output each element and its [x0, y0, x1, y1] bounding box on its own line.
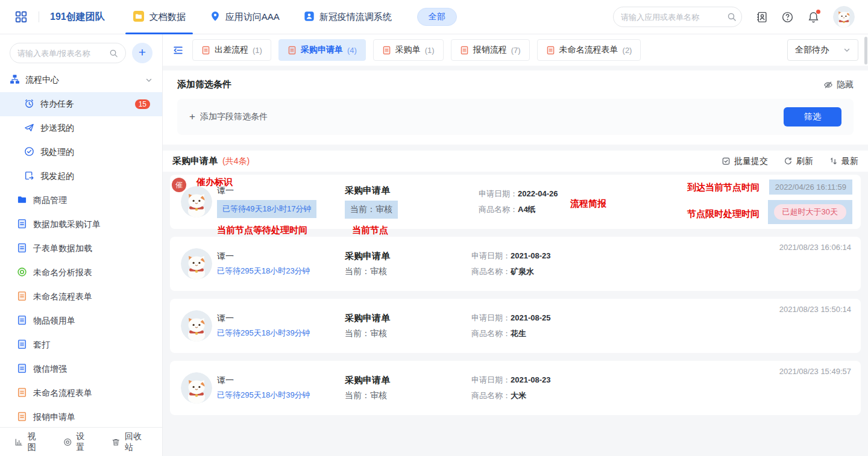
- sidebar-item-data-load-po[interactable]: 数据加载采购订单: [0, 213, 162, 237]
- annotation-current-node: 当前节点: [352, 225, 388, 236]
- task-card[interactable]: 谭一 已等待295天18小时39分钟 采购申请单 当前：审核 申请日期：2021…: [170, 361, 861, 415]
- apply-date-value: 2021-08-25: [511, 313, 551, 322]
- filter-tab-label: 报销流程: [473, 45, 507, 55]
- collapse-list-icon[interactable]: [172, 45, 184, 56]
- sidebar-item-subform-data-load[interactable]: 子表单数据加载: [0, 237, 162, 261]
- sidebar-item-cc-to-me[interactable]: 抄送我的: [0, 116, 162, 140]
- sidebar-item-started-by-me[interactable]: 我发起的: [0, 164, 162, 189]
- covid-app-icon: [304, 11, 315, 23]
- batch-submit-button[interactable]: 批量提交: [722, 156, 768, 167]
- sidebar-item-unnamed-report[interactable]: 未命名分析报表: [0, 261, 162, 285]
- contacts-icon[interactable]: [755, 11, 768, 23]
- apply-date-label: 申请日期：: [479, 189, 518, 198]
- app-tab-covid-system[interactable]: 新冠疫情流调系统: [292, 0, 404, 34]
- help-icon[interactable]: [781, 11, 794, 23]
- scrollbar[interactable]: [864, 37, 867, 64]
- filter-tab-purchase-request[interactable]: 采购申请单 (4): [278, 39, 366, 61]
- batch-submit-label: 批量提交: [734, 156, 768, 167]
- sidebar-item-label: 我处理的: [40, 147, 74, 158]
- form-title: 采购申请单: [345, 251, 471, 262]
- sidebar-item-unnamed-flow-form-1[interactable]: 未命名流程表单: [0, 285, 162, 309]
- settings-icon: [63, 437, 72, 447]
- node-arrive-time: 2021/08/23 16:06:14: [779, 243, 851, 252]
- hide-filter-button[interactable]: 隐藏: [823, 80, 854, 90]
- add-form-button[interactable]: +: [132, 43, 153, 63]
- refresh-button[interactable]: 刷新: [784, 156, 813, 167]
- refresh-icon: [784, 157, 793, 166]
- global-search-input[interactable]: [621, 13, 727, 22]
- settings-button[interactable]: 设置: [63, 431, 92, 453]
- task-card[interactable]: 催 谭一 已等待49天18小时17分钟 采购申请单 当前：审核 申请日期：202…: [170, 175, 861, 229]
- sort-latest-button[interactable]: 最新: [829, 156, 858, 167]
- applicant-name: 谭一: [217, 251, 345, 262]
- file-icon: [460, 46, 469, 55]
- views-button[interactable]: 视图: [14, 431, 43, 453]
- app-grid-icon[interactable]: [14, 10, 28, 23]
- filter-tab-purchase-order[interactable]: 采购单 (1): [373, 39, 444, 61]
- annotation-deadline: 节点限时处理时间: [687, 208, 760, 220]
- filter-tab-unnamed-flow-form[interactable]: 未命名流程表单 (2): [537, 39, 641, 61]
- sidebar-group-process-center[interactable]: 流程中心: [0, 67, 162, 92]
- filter-tab-reimburse-flow[interactable]: 报销流程 (7): [451, 39, 530, 61]
- sidebar-item-unnamed-flow-form-2[interactable]: 未命名流程表单: [0, 381, 162, 405]
- filter-tab-label: 出差流程: [215, 45, 248, 55]
- team-name[interactable]: 191创建团队: [50, 11, 105, 23]
- waiting-duration: 已等待295天18小时39分钟: [217, 328, 310, 339]
- current-node: 当前：审核: [345, 328, 387, 339]
- app-tab-app-access[interactable]: 应用访问AAA: [198, 0, 292, 34]
- sidebar-item-item-requisition[interactable]: 物品领用单: [0, 309, 162, 333]
- sidebar-item-reimburse-form[interactable]: 报销申请单: [0, 405, 162, 429]
- sidebar-item-todo-tasks[interactable]: 待办任务 15: [0, 92, 162, 116]
- filter-tab-count: (1): [253, 46, 262, 55]
- app-tab-doc-data[interactable]: 文档数据: [121, 0, 198, 34]
- folder-icon: [17, 195, 27, 207]
- filter-tab-count: (7): [511, 46, 521, 55]
- chevron-down-icon[interactable]: [145, 77, 153, 84]
- list-count: (共4条): [222, 156, 250, 167]
- task-card[interactable]: 谭一 已等待295天18小时23分钟 采购申请单 当前：审核 申请日期：2021…: [170, 237, 861, 291]
- sidebar-item-label: 微信增强: [33, 364, 67, 375]
- sidebar-item-wechat-enhance[interactable]: 微信增强: [0, 357, 162, 381]
- sidebar-item-print-template[interactable]: 套打: [0, 333, 162, 357]
- app-tab-label: 文档数据: [149, 11, 186, 23]
- apply-date-value: 2021-08-23: [511, 251, 551, 260]
- global-search[interactable]: [613, 7, 742, 27]
- apply-date-value: 2021-08-23: [511, 375, 551, 384]
- form-search-input[interactable]: [17, 49, 109, 58]
- add-filter-field-button[interactable]: + 添加字段筛选条件: [189, 111, 268, 123]
- recycle-bin-button[interactable]: 回收站: [112, 431, 148, 453]
- hide-label: 隐藏: [837, 80, 854, 90]
- plus-icon: +: [189, 111, 195, 123]
- all-apps-pill[interactable]: 全部: [417, 8, 457, 26]
- apply-filter-button[interactable]: 筛选: [784, 107, 841, 126]
- doc-icon: [17, 363, 27, 375]
- task-card[interactable]: 谭一 已等待295天18小时39分钟 采购申请单 当前：审核 申请日期：2021…: [170, 299, 861, 353]
- sidebar-item-handled-by-me[interactable]: 我处理的: [0, 140, 162, 164]
- divider: [39, 11, 39, 22]
- form-filter-tabs-row: 出差流程 (1) 采购申请单 (4) 采购单 (1) 报销流程 (7) 未命名流…: [163, 34, 868, 66]
- bar-chart-icon: [14, 437, 23, 447]
- todo-scope-select[interactable]: 全部待办: [787, 39, 858, 61]
- filter-tab-label: 未命名流程表单: [559, 45, 618, 55]
- sidebar-group-label: 流程中心: [25, 75, 59, 86]
- form-search[interactable]: [10, 43, 126, 63]
- doc-icon: [17, 387, 27, 399]
- sort-latest-label: 最新: [841, 156, 858, 167]
- sidebar-item-label: 套打: [33, 340, 50, 351]
- product-name-label: 商品名称：: [479, 205, 518, 214]
- user-avatar[interactable]: [833, 6, 855, 28]
- product-name-value: A4纸: [518, 205, 536, 214]
- task-card-list: 催 谭一 已等待49天18小时17分钟 采购申请单 当前：审核 申请日期：202…: [163, 172, 868, 415]
- sidebar-item-label: 抄送我的: [40, 123, 74, 134]
- applicant-name: 谭一: [217, 375, 345, 386]
- waiting-duration: 已等待49天18小时17分钟: [217, 200, 316, 218]
- sidebar-item-product-management[interactable]: 商品管理: [0, 189, 162, 213]
- avatar: [181, 310, 212, 342]
- node-arrive-time: 2021/08/23 15:49:57: [779, 367, 851, 376]
- sidebar-item-label: 未命名流程表单: [33, 388, 92, 399]
- filter-tab-business-trip[interactable]: 出差流程 (1): [192, 39, 271, 61]
- doc-icon: [17, 291, 27, 303]
- product-name-label: 商品名称：: [471, 391, 511, 400]
- notification-bell-icon[interactable]: [807, 11, 820, 23]
- check-circle-icon: [24, 146, 34, 158]
